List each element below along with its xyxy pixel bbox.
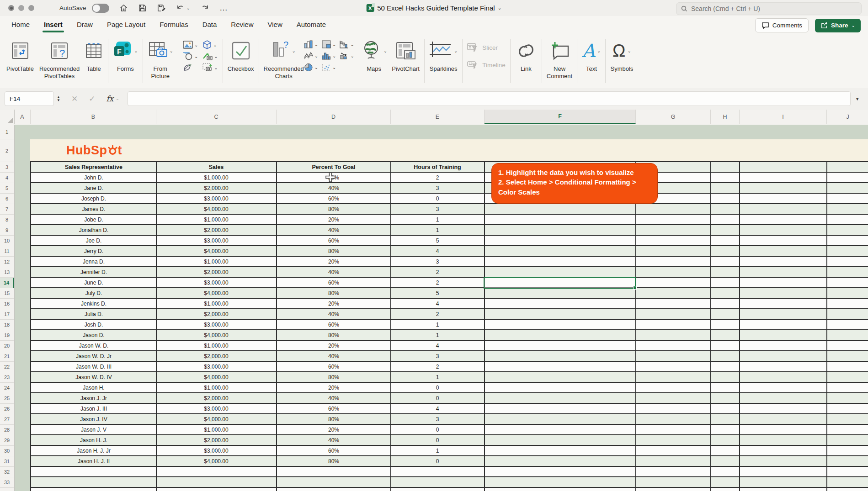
row-header-12[interactable]: 12 — [0, 257, 14, 267]
insert-function-icon[interactable]: fx — [106, 94, 113, 103]
table-cell[interactable]: 60% — [279, 194, 389, 203]
table-cell[interactable]: Jason H. J. — [39, 435, 149, 445]
table-cell[interactable]: $3,000.00 — [161, 446, 271, 455]
maps-dropdown-chevron[interactable]: ⌄ — [383, 48, 387, 53]
waterfall-chart-button[interactable]: ⌄ — [340, 40, 354, 48]
column-header-B[interactable]: B — [31, 110, 156, 124]
select-all-corner[interactable] — [0, 110, 15, 124]
table-cell[interactable]: 80% — [279, 330, 389, 340]
table-cell[interactable]: $4,000.00 — [161, 372, 271, 382]
table-cell[interactable]: 20% — [279, 257, 389, 266]
tab-data[interactable]: Data — [202, 19, 218, 32]
title-dropdown-chevron[interactable]: ⌄ — [498, 5, 502, 11]
table-cell[interactable]: 3 — [383, 183, 492, 193]
table-cell[interactable]: 20% — [279, 299, 389, 308]
tab-draw[interactable]: Draw — [76, 19, 93, 32]
table-cell[interactable]: Joseph D. — [39, 194, 149, 203]
text-dropdown-chevron[interactable]: ⌄ — [597, 48, 601, 53]
table-cell[interactable]: Jerry D. — [39, 246, 149, 256]
cancel-icon[interactable]: ✕ — [71, 94, 78, 104]
table-cell[interactable]: $3,000.00 — [161, 320, 271, 329]
table-cell[interactable]: $1,000.00 — [161, 173, 271, 182]
row-header-30[interactable]: 30 — [0, 446, 14, 456]
save-as-icon[interactable] — [157, 4, 166, 12]
table-cell[interactable]: Jason W. D. III — [39, 362, 149, 371]
fill-handle[interactable] — [633, 286, 637, 290]
row-header-4[interactable]: 4 — [0, 173, 14, 183]
enter-icon[interactable]: ✓ — [89, 94, 95, 104]
histogram-chart-button[interactable]: ⌄ — [322, 52, 336, 60]
table-cell[interactable]: 40% — [279, 225, 389, 235]
row-header-10[interactable]: 10 — [0, 236, 14, 246]
forms-dropdown-chevron[interactable]: ⌄ — [134, 48, 138, 53]
link-button[interactable]: Link — [515, 39, 537, 73]
table-cell[interactable]: 20% — [279, 383, 389, 392]
table-header-cell[interactable]: Percent To Goal — [279, 162, 389, 172]
table-cell[interactable]: 2 — [383, 173, 492, 182]
table-cell[interactable]: $2,000.00 — [161, 309, 271, 319]
table-cell[interactable]: 80% — [279, 288, 389, 298]
row-header-24[interactable]: 24 — [0, 383, 14, 393]
table-cell[interactable]: 60% — [279, 320, 389, 329]
column-header-D[interactable]: D — [277, 110, 391, 124]
table-cell[interactable]: Jason W. D. — [39, 341, 149, 350]
row-header-5[interactable]: 5 — [0, 183, 14, 194]
table-cell[interactable]: Jobe D. — [39, 215, 149, 224]
row-header-17[interactable]: 17 — [0, 309, 14, 320]
table-cell[interactable]: 5 — [383, 288, 492, 298]
column-header-E[interactable]: E — [391, 110, 485, 124]
undo-icon[interactable]: ⌄ — [176, 4, 190, 13]
column-header-C[interactable]: C — [156, 110, 277, 124]
table-cell[interactable]: Jason W. D. IV — [39, 372, 149, 382]
table-cell[interactable]: $4,000.00 — [161, 330, 271, 340]
table-cell[interactable]: 60% — [279, 446, 389, 455]
table-cell[interactable]: 60% — [279, 236, 389, 245]
column-header-J[interactable]: J — [827, 110, 868, 124]
minimize-window-button[interactable] — [18, 5, 24, 11]
table-cell[interactable]: $3,000.00 — [161, 236, 271, 245]
table-cell[interactable]: June D. — [39, 278, 149, 287]
row-header-21[interactable]: 21 — [0, 351, 14, 362]
row-header-32[interactable]: 32 — [0, 467, 14, 477]
logo-band[interactable] — [30, 139, 868, 161]
table-cell[interactable]: $4,000.00 — [161, 204, 271, 214]
row-header-15[interactable]: 15 — [0, 288, 14, 299]
table-cell[interactable]: 80% — [279, 204, 389, 214]
formula-input[interactable] — [128, 91, 851, 106]
table-cell[interactable]: James D. — [39, 204, 149, 214]
sparklines-dropdown-chevron[interactable]: ⌄ — [454, 48, 458, 53]
row-header-33[interactable]: 33 — [0, 477, 14, 488]
table-cell[interactable]: 4 — [383, 341, 492, 350]
table-cell[interactable]: $3,000.00 — [161, 362, 271, 371]
table-cell[interactable]: 20% — [279, 341, 389, 350]
table-cell[interactable]: 80% — [279, 246, 389, 256]
row-header-8[interactable]: 8 — [0, 215, 14, 225]
pivotchart-button[interactable]: PivotChart — [392, 39, 420, 73]
table-cell[interactable]: John D. — [39, 173, 149, 182]
search-input[interactable]: Search (Cmd + Ctrl + U) — [676, 2, 862, 15]
table-cell[interactable]: 0 — [383, 194, 492, 203]
table-cell[interactable]: 40% — [279, 393, 389, 403]
forms-button[interactable]: F ⌄ Forms — [113, 39, 138, 73]
table-cell[interactable]: Jason J. Jr — [39, 393, 149, 403]
table-cell[interactable]: 1 — [383, 446, 492, 455]
table-cell[interactable]: $3,000.00 — [161, 404, 271, 413]
table-cell[interactable]: 60% — [279, 362, 389, 371]
symbols-button[interactable]: Ω ⌄ Symbols — [610, 39, 633, 73]
table-cell[interactable]: 40% — [279, 183, 389, 193]
table-cell[interactable]: 3 — [383, 204, 492, 214]
table-button[interactable]: Table — [84, 39, 103, 73]
smartart-button[interactable]: ⌄ — [202, 52, 218, 60]
table-cell[interactable]: Jason J. V — [39, 425, 149, 434]
table-cell[interactable]: 40% — [279, 267, 389, 277]
row-header-26[interactable]: 26 — [0, 404, 14, 414]
table-header-cell[interactable]: Sales Representative — [39, 162, 149, 172]
table-cell[interactable]: Jason H. J. Jr — [39, 446, 149, 455]
table-cell[interactable]: Jason J. III — [39, 404, 149, 413]
row-header-2[interactable]: 2 — [0, 139, 14, 162]
row-header-9[interactable]: 9 — [0, 225, 14, 236]
formula-bar-expand-chevron[interactable]: ▼ — [855, 96, 860, 101]
row-header-16[interactable]: 16 — [0, 299, 14, 309]
table-cell[interactable]: Jason D. — [39, 330, 149, 340]
row-header-28[interactable]: 28 — [0, 425, 14, 435]
